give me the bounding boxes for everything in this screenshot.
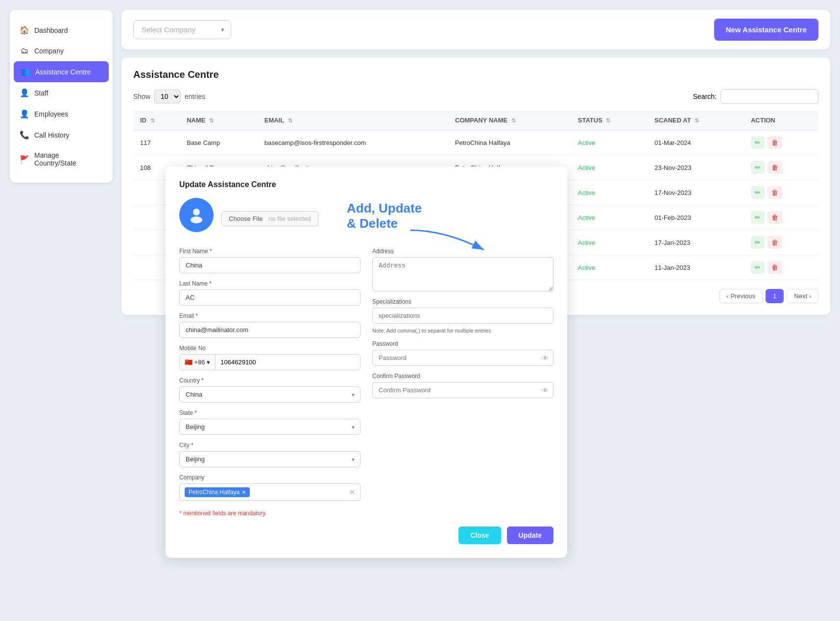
sidebar-item-employees[interactable]: 👤 Employees [10, 103, 113, 124]
password-input[interactable] [372, 350, 553, 366]
prev-btn[interactable]: ‹ Previous [720, 289, 763, 303]
search-input[interactable] [720, 89, 818, 104]
sidebar-item-company[interactable]: 🗂 Company [10, 41, 113, 61]
password-group: Password 👁 [372, 340, 553, 366]
col-action: ACTION [744, 111, 818, 130]
edit-button[interactable]: ✏ [751, 211, 765, 224]
cell-company: PetroChina Halfaya [448, 130, 571, 155]
password-eye-icon[interactable]: 👁 [542, 354, 549, 362]
company-label: Company [179, 474, 360, 481]
edit-button[interactable]: ✏ [751, 261, 765, 274]
svg-point-1 [193, 209, 200, 215]
sidebar-item-call-history[interactable]: 📞 Call History [10, 124, 113, 145]
sidebar-item-assistance-centre[interactable]: 👥 Assistance Centre [14, 61, 109, 82]
last-name-input[interactable] [179, 289, 360, 306]
mobile-label: Mobile No [179, 345, 360, 352]
delete-button[interactable]: 🗑 [768, 186, 782, 199]
modal-footer: Close Update [179, 526, 553, 544]
delete-button[interactable]: 🗑 [768, 211, 782, 224]
delete-button[interactable]: 🗑 [768, 136, 782, 149]
main-content: Select Company New Assistance Centre Ass… [121, 10, 830, 611]
file-input-label[interactable]: Choose File no file selected [221, 211, 318, 226]
city-select[interactable]: Beijing [179, 451, 360, 467]
tag-dropdown-icon[interactable]: ✕ [349, 488, 355, 496]
modal-title: Update Assistance Centre [179, 180, 553, 189]
delete-button[interactable]: 🗑 [768, 161, 782, 174]
next-btn[interactable]: Next › [787, 289, 818, 303]
cell-status: Active [571, 205, 648, 230]
address-input[interactable] [372, 257, 553, 291]
cell-action: ✏ 🗑 [744, 155, 818, 180]
cell-action: ✏ 🗑 [744, 230, 818, 255]
confirm-password-label: Confirm Password [372, 373, 553, 380]
delete-button[interactable]: 🗑 [768, 261, 782, 274]
first-name-input[interactable] [179, 257, 360, 273]
address-label: Address [372, 248, 553, 255]
cell-action: ✏ 🗑 [744, 255, 818, 280]
avatar [179, 198, 214, 232]
email-label: Email * [179, 312, 360, 319]
assistance-icon: 👥 [21, 67, 30, 76]
new-assistance-btn[interactable]: New Assistance Centre [714, 19, 818, 41]
col-company: COMPANY NAME ⇅ [448, 111, 571, 130]
first-name-group: First Name * [179, 248, 360, 273]
tag-close-btn[interactable]: ✕ [241, 489, 246, 496]
section-title: Assistance Centre [133, 69, 818, 80]
cell-scaned: 23-Nov-2023 [648, 155, 744, 180]
last-name-group: Last Name * [179, 280, 360, 306]
sidebar-item-staff[interactable]: 👤 Staff [10, 82, 113, 103]
email-group: Email * [179, 312, 360, 338]
password-label: Password [372, 340, 553, 347]
sidebar-label-company: Company [34, 47, 64, 55]
entries-select[interactable]: 10 25 50 [154, 90, 181, 103]
state-select[interactable]: Beijing [179, 419, 360, 435]
sidebar-item-manage-country[interactable]: 🚩 Manage Country/State [10, 145, 113, 173]
sidebar-label-call: Call History [34, 131, 70, 139]
cell-action: ✏ 🗑 [744, 130, 818, 155]
country-select[interactable]: China [179, 386, 360, 403]
cell-status: Active [571, 255, 648, 280]
company-tag: PetroChina Halfaya ✕ [185, 487, 250, 497]
flag-icon: 🚩 [20, 155, 29, 164]
last-name-label: Last Name * [179, 280, 360, 287]
specializations-label: Specializations [372, 298, 553, 305]
update-modal: Update Assistance Centre Choose File no … [166, 167, 567, 558]
col-scaned-at: SCANED AT ⇅ [648, 111, 744, 130]
col-email: EMAIL ⇅ [258, 111, 448, 130]
page-1-btn[interactable]: 1 [766, 289, 784, 303]
cell-scaned: 01-Feb-2023 [648, 205, 744, 230]
close-button[interactable]: Close [458, 526, 501, 544]
company-select-wrapper: Select Company [133, 20, 231, 39]
edit-button[interactable]: ✏ [751, 186, 765, 199]
confirm-eye-icon[interactable]: 👁 [542, 386, 549, 394]
company-tag-input[interactable]: PetroChina Halfaya ✕ ✕ [179, 483, 360, 501]
sidebar-item-dashboard[interactable]: 🏠 Dashboard [10, 20, 113, 41]
edit-button[interactable]: ✏ [751, 236, 765, 249]
call-icon: 📞 [20, 130, 29, 140]
address-group: Address [372, 248, 553, 291]
col-id: ID ⇅ [133, 111, 180, 130]
mobile-number-input[interactable] [216, 355, 360, 370]
cell-scaned: 11-Jan-2023 [648, 255, 744, 280]
edit-button[interactable]: ✏ [751, 136, 765, 149]
edit-button[interactable]: ✏ [751, 161, 765, 174]
sidebar-label-staff: Staff [34, 89, 48, 97]
cell-scaned: 17-Jan-2023 [648, 230, 744, 255]
staff-icon: 👤 [20, 88, 29, 97]
table-controls: Show 10 25 50 entries Search: [133, 89, 818, 104]
flag-prefix: 🇨🇳 +86 ▾ [180, 355, 216, 370]
update-button[interactable]: Update [507, 526, 553, 544]
city-group: City * Beijing [179, 442, 360, 467]
company-select[interactable]: Select Company [133, 20, 231, 39]
confirm-password-input[interactable] [372, 382, 553, 398]
cell-name: Base Camp [180, 130, 258, 155]
cell-action: ✏ 🗑 [744, 205, 818, 230]
cell-status: Active [571, 230, 648, 255]
email-input[interactable] [179, 322, 360, 338]
delete-button[interactable]: 🗑 [768, 236, 782, 249]
city-label: City * [179, 442, 360, 449]
country-group: Country * China [179, 377, 360, 403]
search-box: Search: [693, 89, 818, 104]
top-bar: Select Company New Assistance Centre [121, 10, 830, 49]
specializations-input[interactable] [372, 308, 553, 324]
